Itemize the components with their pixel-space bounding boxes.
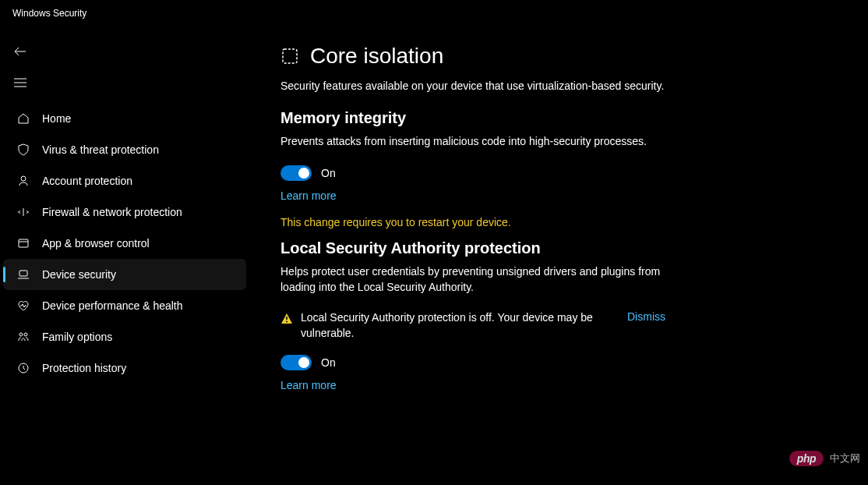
sidebar-item-device-security[interactable]: Device security	[3, 259, 246, 290]
toggle-knob	[298, 357, 309, 368]
home-icon	[16, 111, 31, 126]
sidebar-item-virus[interactable]: Virus & threat protection	[3, 134, 246, 165]
shield-icon	[16, 142, 31, 158]
sidebar-item-firewall[interactable]: Firewall & network protection	[3, 196, 246, 228]
svg-rect-6	[283, 49, 297, 63]
sidebar-item-family[interactable]: Family options	[3, 321, 246, 352]
core-isolation-icon	[281, 47, 299, 65]
lsa-title: Local Security Authority protection	[281, 239, 665, 264]
svg-point-7	[286, 321, 288, 323]
account-icon	[16, 173, 31, 189]
main-layout: Home Virus & threat protection Account p…	[0, 27, 868, 485]
sidebar-item-label: Device performance & health	[42, 299, 183, 312]
back-icon	[14, 45, 26, 58]
sidebar-item-performance[interactable]: Device performance & health	[3, 290, 246, 321]
dismiss-button[interactable]: Dismiss	[627, 310, 665, 323]
sidebar-item-label: Account protection	[42, 175, 132, 187]
memory-integrity-learn-more[interactable]: Learn more	[281, 189, 337, 216]
sidebar-item-app-browser[interactable]: App & browser control	[3, 228, 246, 259]
sidebar-item-label: Firewall & network protection	[42, 206, 182, 218]
back-button[interactable]	[5, 36, 36, 67]
history-icon	[16, 360, 31, 376]
watermark-text: 中文网	[830, 451, 860, 466]
sidebar-item-label: Home	[42, 112, 71, 125]
memory-integrity-toggle[interactable]	[281, 165, 312, 181]
network-icon	[16, 204, 31, 220]
sidebar-item-label: Virus & threat protection	[42, 143, 159, 156]
hamburger-button[interactable]	[5, 67, 36, 98]
sidebar: Home Virus & threat protection Account p…	[0, 27, 249, 485]
watermark: php 中文网	[789, 451, 860, 466]
svg-point-0	[21, 176, 26, 181]
sidebar-item-account[interactable]: Account protection	[3, 165, 246, 196]
sidebar-item-label: Family options	[42, 331, 112, 343]
titlebar: Windows Security	[0, 0, 868, 27]
toggle-knob	[298, 168, 309, 179]
warning-icon	[281, 313, 293, 325]
svg-point-3	[19, 333, 23, 336]
page-description: Security features available on your devi…	[281, 78, 665, 109]
titlebar-text: Windows Security	[12, 8, 86, 19]
watermark-pill: php	[789, 451, 824, 466]
sidebar-item-history[interactable]: Protection history	[3, 352, 246, 384]
lsa-toggle[interactable]	[281, 355, 312, 370]
svg-point-4	[24, 333, 27, 336]
family-icon	[16, 329, 31, 345]
content-area: Core isolation Security features availab…	[249, 27, 868, 485]
svg-rect-2	[19, 271, 27, 276]
page-header: Core isolation	[281, 44, 665, 78]
lsa-warning-text: Local Security Authority protection is o…	[301, 310, 619, 341]
sidebar-item-label: Device security	[42, 268, 116, 281]
content-panel: Core isolation Security features availab…	[281, 27, 665, 485]
memory-integrity-toggle-row: On	[281, 165, 665, 189]
app-browser-icon	[16, 235, 31, 251]
sidebar-item-home[interactable]: Home	[3, 103, 246, 134]
memory-integrity-toggle-label: On	[321, 167, 336, 179]
lsa-learn-more[interactable]: Learn more	[281, 379, 337, 405]
hamburger-icon	[14, 78, 26, 87]
health-icon	[16, 298, 31, 313]
memory-integrity-desc: Prevents attacks from inserting maliciou…	[281, 133, 665, 165]
page-title: Core isolation	[310, 44, 443, 69]
lsa-toggle-label: On	[321, 356, 336, 369]
sidebar-item-label: Protection history	[42, 362, 126, 374]
lsa-toggle-row: On	[281, 355, 665, 378]
memory-integrity-title: Memory integrity	[281, 109, 665, 133]
lsa-warning-row: Local Security Authority protection is o…	[281, 310, 665, 355]
lsa-desc: Helps protect user credentials by preven…	[281, 264, 665, 311]
svg-rect-1	[19, 239, 28, 247]
sidebar-item-label: App & browser control	[42, 237, 150, 250]
restart-message: This change requires you to restart your…	[281, 216, 665, 239]
laptop-icon	[16, 267, 31, 282]
